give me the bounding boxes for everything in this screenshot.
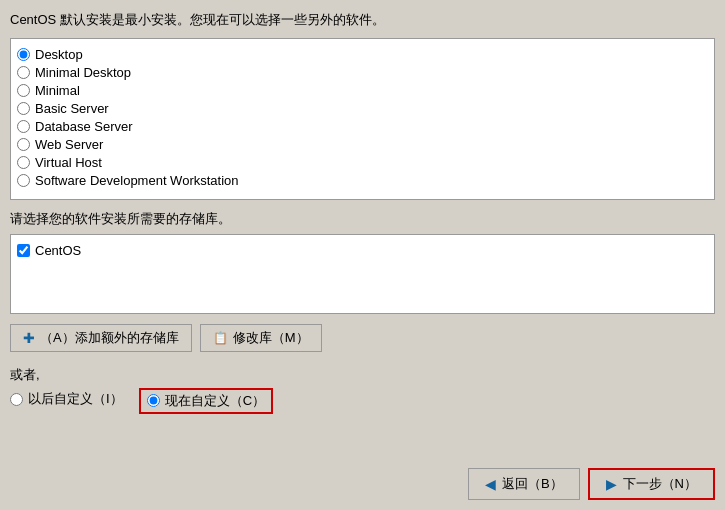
radio-minimal-desktop[interactable]: Minimal Desktop [17, 65, 708, 80]
radio-customize-later[interactable]: 以后自定义（I） [10, 390, 123, 408]
next-button[interactable]: ▶ 下一步（N） [588, 468, 715, 500]
repo-box: CentOS [10, 234, 715, 314]
modify-repo-label: 修改库（M） [233, 329, 309, 347]
repo-buttons: ✚ （A）添加额外的存储库 📋 修改库（M） [10, 324, 715, 352]
add-repo-button[interactable]: ✚ （A）添加额外的存储库 [10, 324, 192, 352]
radio-software-dev[interactable]: Software Development Workstation [17, 173, 708, 188]
checkbox-centos[interactable]: CentOS [17, 243, 708, 258]
or-section: 或者, 以后自定义（I） 现在自定义（C） [10, 366, 715, 414]
customize-now-box: 现在自定义（C） [139, 388, 273, 414]
description: CentOS 默认安装是最小安装。您现在可以选择一些另外的软件。 [10, 10, 715, 30]
customize-row: 以后自定义（I） 现在自定义（C） [10, 388, 715, 414]
back-arrow-icon: ◀ [485, 476, 496, 492]
radio-desktop[interactable]: Desktop [17, 47, 708, 62]
next-arrow-icon: ▶ [606, 476, 617, 492]
add-repo-label: （A）添加额外的存储库 [40, 329, 179, 347]
repo-section-label: 请选择您的软件安装所需要的存储库。 [10, 210, 715, 228]
plus-icon: ✚ [23, 330, 35, 346]
radio-virtual-host[interactable]: Virtual Host [17, 155, 708, 170]
radio-database-server[interactable]: Database Server [17, 119, 708, 134]
or-text: 或者, [10, 366, 715, 384]
edit-icon: 📋 [213, 331, 228, 345]
back-button[interactable]: ◀ 返回（B） [468, 468, 580, 500]
nav-row: ◀ 返回（B） ▶ 下一步（N） [10, 468, 715, 500]
next-label: 下一步（N） [623, 475, 697, 493]
modify-repo-button[interactable]: 📋 修改库（M） [200, 324, 322, 352]
install-options-box: Desktop Minimal Desktop Minimal Basic Se… [10, 38, 715, 200]
back-label: 返回（B） [502, 475, 563, 493]
radio-customize-now[interactable] [147, 394, 160, 407]
radio-minimal[interactable]: Minimal [17, 83, 708, 98]
radio-basic-server[interactable]: Basic Server [17, 101, 708, 116]
radio-web-server[interactable]: Web Server [17, 137, 708, 152]
